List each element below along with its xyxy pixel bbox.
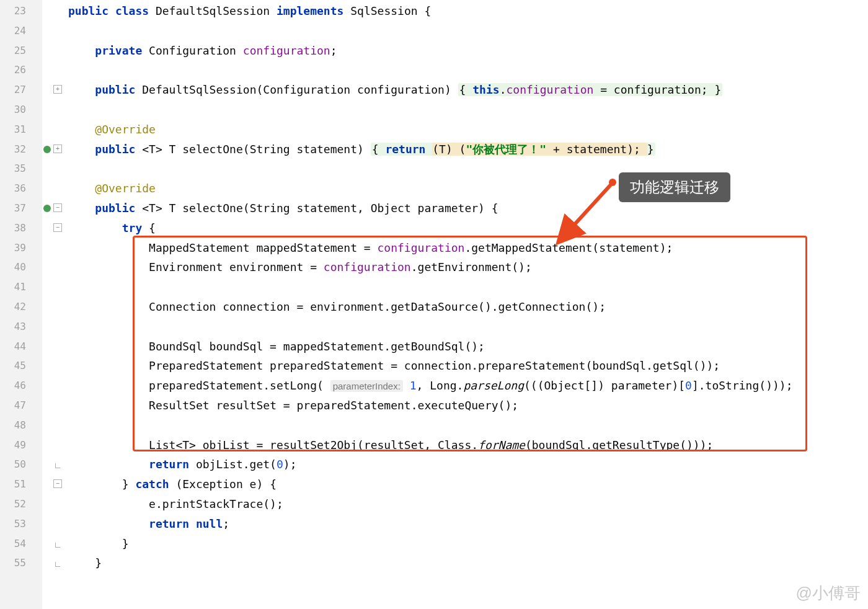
code-line[interactable]: } <box>68 553 868 573</box>
line-number: 23 <box>0 1 42 21</box>
gutter-marker-row <box>42 376 64 396</box>
gutter-marker-row <box>42 80 64 100</box>
fold-collapse-icon[interactable] <box>53 203 62 212</box>
gutter-marker-row <box>42 238 64 258</box>
code-line[interactable]: ResultSet resultSet = preparedStatement.… <box>68 396 868 416</box>
line-number: 25 <box>0 41 42 61</box>
code-line[interactable]: } <box>68 534 868 554</box>
line-number: 43 <box>0 317 42 337</box>
marker-gutter: ↑↑ <box>42 0 64 609</box>
gutter-marker-row <box>42 337 64 357</box>
code-editor: 2324252627303132353637383940414243444546… <box>0 0 868 609</box>
line-number: 52 <box>0 494 42 514</box>
line-number: 35 <box>0 159 42 179</box>
line-number: 46 <box>0 376 42 396</box>
fold-end-icon[interactable] <box>55 562 60 567</box>
override-marker-icon[interactable] <box>43 146 51 153</box>
line-number: 44 <box>0 337 42 357</box>
gutter-marker-row <box>42 553 64 573</box>
code-line[interactable]: public <T> T selectOne(String statement,… <box>68 198 868 218</box>
gutter-marker-row <box>42 277 64 297</box>
code-line[interactable]: public class DefaultSqlSession implement… <box>68 1 868 21</box>
line-number-gutter: 2324252627303132353637383940414243444546… <box>0 0 42 609</box>
fold-collapse-icon[interactable] <box>53 223 62 232</box>
code-line[interactable]: preparedStatement.setLong( parameterInde… <box>68 376 868 396</box>
fold-end-icon[interactable] <box>55 463 60 468</box>
gutter-marker-row: ↑ <box>42 140 64 159</box>
line-number: 36 <box>0 179 42 198</box>
gutter-marker-row <box>42 435 64 455</box>
code-line[interactable]: BoundSql boundSql = mappedStatement.getB… <box>68 337 868 357</box>
line-number: 45 <box>0 356 42 376</box>
code-line[interactable]: List<T> objList = resultSet2Obj(resultSe… <box>68 435 868 455</box>
gutter-marker-row <box>42 317 64 337</box>
code-line[interactable]: public <T> T selectOne(String statement)… <box>68 140 868 159</box>
override-marker-icon[interactable] <box>43 205 51 212</box>
gutter-marker-row <box>42 179 64 198</box>
line-number: 30 <box>0 100 42 120</box>
line-number: 48 <box>0 416 42 435</box>
line-number: 51 <box>0 474 42 494</box>
gutter-marker-row <box>42 60 64 80</box>
code-line[interactable]: @Override <box>68 179 868 198</box>
gutter-marker-row <box>42 474 64 494</box>
fold-expand-icon[interactable] <box>53 144 62 153</box>
code-line[interactable]: return null; <box>68 514 868 534</box>
gutter-marker-row <box>42 356 64 376</box>
code-line[interactable]: Connection connection = environment.getD… <box>68 297 868 317</box>
gutter-marker-row <box>42 455 64 474</box>
code-line[interactable]: PreparedStatement preparedStatement = co… <box>68 356 868 376</box>
line-number: 38 <box>0 218 42 238</box>
code-line[interactable]: try { <box>68 218 868 238</box>
line-number: 24 <box>0 21 42 41</box>
watermark: @小傅哥 <box>796 582 861 604</box>
code-line[interactable] <box>68 277 868 297</box>
gutter-marker-row <box>42 41 64 61</box>
gutter-marker-row <box>42 1 64 21</box>
code-line[interactable] <box>68 416 868 435</box>
gutter-marker-row <box>42 297 64 317</box>
gutter-marker-row <box>42 100 64 120</box>
gutter-marker-row <box>42 494 64 514</box>
gutter-marker-row <box>42 396 64 416</box>
code-line[interactable] <box>68 60 868 80</box>
line-number: 54 <box>0 534 42 554</box>
code-line[interactable]: public DefaultSqlSession(Configuration c… <box>68 80 868 100</box>
code-line[interactable]: @Override <box>68 120 868 140</box>
code-line[interactable] <box>68 159 868 179</box>
code-line[interactable]: MappedStatement mappedStatement = config… <box>68 238 868 258</box>
gutter-marker-row: ↑ <box>42 198 64 218</box>
fold-end-icon[interactable] <box>55 543 60 548</box>
code-line[interactable]: return objList.get(0); <box>68 455 868 474</box>
code-line[interactable] <box>68 317 868 337</box>
line-number: 42 <box>0 297 42 317</box>
fold-expand-icon[interactable] <box>53 85 62 94</box>
gutter-marker-row <box>42 416 64 435</box>
fold-collapse-icon[interactable] <box>53 479 62 488</box>
gutter-marker-row <box>42 21 64 41</box>
code-line[interactable]: } catch (Exception e) { <box>68 474 868 494</box>
code-line[interactable]: e.printStackTrace(); <box>68 494 868 514</box>
gutter-marker-row <box>42 120 64 140</box>
line-number: 50 <box>0 455 42 474</box>
code-line[interactable]: Environment environment = configuration.… <box>68 257 868 277</box>
gutter-marker-row <box>42 514 64 534</box>
line-number: 31 <box>0 120 42 140</box>
line-number: 55 <box>0 553 42 573</box>
line-number: 39 <box>0 238 42 258</box>
line-number: 26 <box>0 60 42 80</box>
gutter-marker-row <box>42 159 64 179</box>
line-number: 40 <box>0 257 42 277</box>
code-line[interactable]: private Configuration configuration; <box>68 41 868 61</box>
line-number: 53 <box>0 514 42 534</box>
callout-label: 功能逻辑迁移 <box>619 172 730 202</box>
code-content[interactable]: public class DefaultSqlSession implement… <box>64 0 868 609</box>
line-number: 27 <box>0 80 42 100</box>
gutter-marker-row <box>42 257 64 277</box>
code-line[interactable] <box>68 100 868 120</box>
code-line[interactable] <box>68 21 868 41</box>
gutter-marker-row <box>42 534 64 554</box>
gutter-marker-row <box>42 218 64 238</box>
line-number: 47 <box>0 396 42 416</box>
line-number: 49 <box>0 435 42 455</box>
